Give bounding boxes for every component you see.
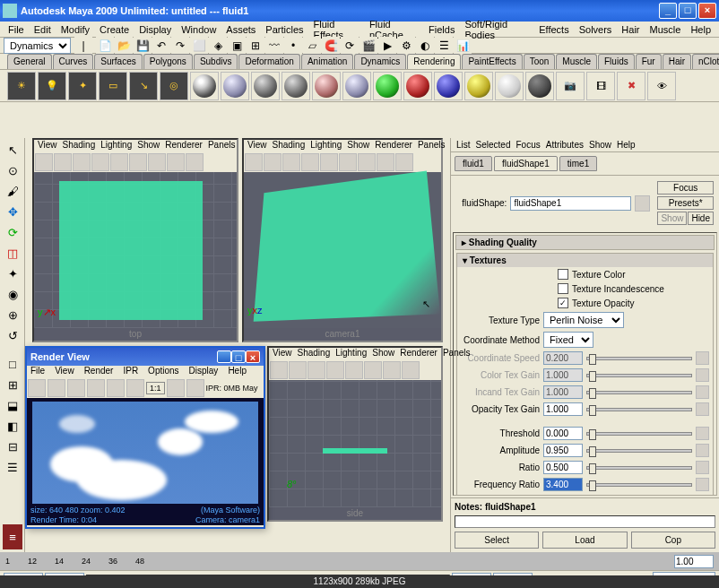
shelf-tab-polygons[interactable]: Polygons [143,54,193,69]
persp-outliner-icon[interactable]: ☰ [2,457,23,477]
threshold-slider[interactable] [586,432,692,436]
history-icon[interactable]: ⟳ [341,37,359,55]
attr-menu-help[interactable]: Help [617,140,636,150]
fluid-container[interactable] [254,171,440,322]
mat-yellow-icon[interactable] [464,72,493,100]
viewport-side[interactable]: 8° [269,380,441,507]
shelf-tab-deformation[interactable]: Deformation [238,54,299,69]
panel-icon[interactable] [402,361,420,379]
panel-icon[interactable] [289,361,307,379]
outliner-icon[interactable]: ☰ [435,37,453,55]
panel-menu-show[interactable]: Show [347,140,369,152]
color_gain-map-button[interactable] [696,368,709,382]
lasso-tool-icon[interactable]: ⊙ [2,160,23,180]
menu-effects[interactable]: Effects [534,23,573,36]
panel-menu-panels[interactable]: Panels [418,140,446,152]
texture-color-checkbox[interactable] [558,269,568,280]
panel-icon[interactable] [245,153,263,171]
focus-button[interactable]: Focus [657,181,714,195]
redo-icon[interactable]: ↷ [171,37,189,55]
opacity_gain-slider[interactable] [586,408,692,411]
current-frame-field[interactable] [674,555,714,568]
render-icon[interactable]: 🎬 [360,37,377,55]
paint-sel-icon[interactable]: 🖌 [2,181,23,201]
new-scene-icon[interactable]: 📄 [96,37,114,55]
mat-blinn-icon[interactable] [221,72,249,100]
ipr-start-icon[interactable] [107,379,125,397]
light-area-icon[interactable]: ▭ [99,72,127,100]
ipr-refresh-icon[interactable] [126,379,144,397]
texture-opacity-checkbox[interactable]: ✓ [558,298,568,308]
sel-obj-icon[interactable]: ◈ [209,37,227,55]
coord-method-dropdown[interactable]: Fixed [543,332,593,348]
amplitude-map-button[interactable] [696,444,709,457]
shelf-tab-hair[interactable]: Hair [663,54,691,69]
threshold-field[interactable] [543,427,583,440]
display-1to1[interactable]: 1:1 [146,382,165,394]
amplitude-slider[interactable] [586,449,692,453]
viewport-top[interactable]: y↗x [34,172,237,328]
show-button[interactable]: Show [657,212,687,225]
render-globals-icon[interactable]: ⚙ [397,37,415,55]
panel-menu-shading[interactable]: Shading [63,140,96,152]
sel-hier-icon[interactable]: ⬜ [190,37,208,55]
menu-modify[interactable]: Modify [56,23,94,36]
scale-tool-icon[interactable]: ◫ [2,243,23,263]
panel-icon[interactable] [54,153,72,171]
move-tool-icon[interactable]: ✥ [2,202,23,221]
texture-type-dropdown[interactable]: Perlin Noise [543,312,624,328]
opacity_gain-map-button[interactable] [696,402,709,416]
freq_ratio-field[interactable] [543,478,583,491]
sel-comp-icon[interactable]: ▣ [228,37,246,55]
render-region-icon[interactable] [48,379,65,397]
panel-icon[interactable] [326,361,344,379]
panel-menu-show[interactable]: Show [372,348,394,360]
soft-mod-icon[interactable]: ◉ [2,284,23,304]
texture-incand-checkbox[interactable] [558,283,568,294]
menu-particles[interactable]: Particles [261,23,308,36]
rv-menu-help[interactable]: Help [228,366,247,378]
rv-menu-render[interactable]: Render [84,366,114,378]
shelf-tab-curves[interactable]: Curves [53,54,94,69]
freq_ratio-slider[interactable] [586,483,692,487]
section-textures[interactable]: ▾ Textures [457,254,713,267]
snap-plane-icon[interactable]: ▱ [303,37,321,55]
fluid-container[interactable] [323,448,387,454]
mat-green-icon[interactable] [373,72,402,100]
select-tool-icon[interactable]: ↖ [2,140,23,160]
time-slider[interactable]: 11214243648 [0,552,719,570]
graph-icon[interactable]: 📊 [454,37,472,55]
light-spot-icon[interactable]: 💡 [38,72,66,100]
depth_max-map-button[interactable] [696,495,709,496]
snap-curve-icon[interactable]: 〰 [265,37,283,55]
mat-white-icon[interactable] [495,72,524,100]
attr-tab-fluid1[interactable]: fluid1 [455,156,492,171]
load-button[interactable]: Load [542,532,627,549]
render-view-window[interactable]: Render View _ □ × FileViewRenderIPROptio… [25,346,265,529]
mat-black-icon[interactable] [525,72,554,100]
select-button[interactable]: Select [455,532,539,549]
panel-icon[interactable] [301,153,319,171]
panel-icon[interactable] [167,153,185,171]
shelf-tab-dynamics[interactable]: Dynamics [354,54,406,69]
shelf-tab-muscle[interactable]: Muscle [556,54,597,69]
light-point-icon[interactable]: ✦ [68,72,97,100]
attr-menu-selected[interactable]: Selected [476,140,511,150]
menu-edit[interactable]: Edit [30,23,56,36]
mat-ramp-icon[interactable] [342,72,371,100]
shelf-tab-surfaces[interactable]: Surfaces [94,54,142,69]
panel-icon[interactable] [395,153,413,171]
mat-blue-icon[interactable] [434,72,463,100]
shelf-tab-toon[interactable]: Toon [524,54,556,69]
menu-create[interactable]: Create [95,23,134,36]
attr-tab-fluidshape1[interactable]: fluidShape1 [494,156,558,171]
panel-icon[interactable] [320,153,338,171]
nav-icon[interactable] [635,195,650,212]
render-cam-icon[interactable]: 📷 [556,72,585,100]
panel-menu-lighting[interactable]: Lighting [310,140,342,152]
notes-header[interactable]: Notes: fluidShape1 [451,497,719,515]
presets-button[interactable]: Presets* [657,196,714,210]
panel-menu-panels[interactable]: Panels [208,140,236,152]
magnet-icon[interactable]: 🧲 [322,37,340,55]
four-pane-icon[interactable]: ⊞ [2,375,23,394]
